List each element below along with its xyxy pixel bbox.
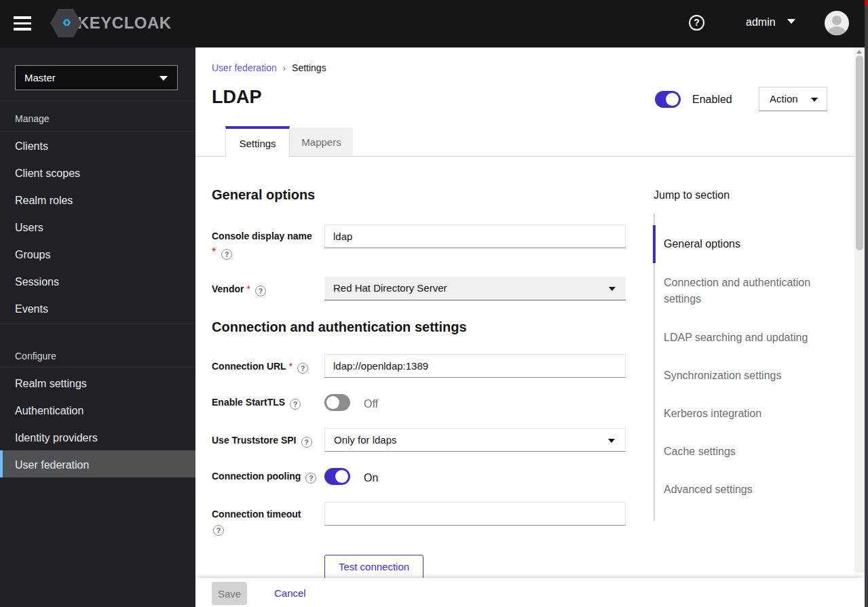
avatar[interactable]: [825, 11, 849, 35]
keycloak-logo: ‹› KEYCLOAK: [50, 9, 172, 37]
jump-to-section-heading: Jump to section: [654, 189, 730, 201]
breadcrumb-current: Settings: [292, 62, 326, 73]
breadcrumb-separator-icon: ›: [283, 63, 286, 73]
enabled-label: Enabled: [692, 94, 732, 106]
sidebar-item-sessions[interactable]: Sessions: [15, 276, 59, 288]
help-icon[interactable]: ?: [290, 399, 301, 410]
connection-pooling-toggle[interactable]: [324, 468, 350, 485]
enable-starttls-state: Off: [364, 398, 378, 410]
tab-mappers[interactable]: Mappers: [290, 128, 353, 156]
keycloak-admin-console: ‹› KEYCLOAK ? admin Master Manage Client…: [0, 0, 868, 607]
sidebar: Master Manage Clients Client scopes Real…: [0, 47, 195, 607]
jump-link-cache[interactable]: Cache settings: [664, 444, 820, 460]
jump-link-kerberos[interactable]: Kerberos integration: [664, 406, 820, 422]
help-icon[interactable]: ?: [255, 286, 266, 296]
use-truststore-spi-select[interactable]: Only for ldaps: [324, 428, 626, 452]
help-icon[interactable]: ?: [297, 363, 308, 374]
save-button[interactable]: Save: [212, 582, 247, 605]
label-vendor: Vendor*?: [212, 283, 266, 296]
breadcrumb: User federation›Settings: [212, 62, 326, 73]
scrollbar-track[interactable]: [854, 47, 865, 572]
masthead: ‹› KEYCLOAK ? admin: [0, 0, 868, 47]
tab-settings[interactable]: Settings: [225, 126, 290, 157]
label-use-truststore-spi: Use Truststore SPI?: [212, 435, 312, 448]
sidebar-item-identity-providers[interactable]: Identity providers: [15, 432, 98, 444]
help-icon[interactable]: ?: [305, 473, 316, 484]
jump-link-general-options[interactable]: General options: [664, 236, 820, 252]
required-asterisk: *: [212, 246, 216, 258]
required-asterisk: *: [246, 283, 250, 294]
chevron-down-icon: [609, 287, 616, 291]
brand-text: KEYCLOAK: [77, 14, 172, 33]
connection-url-input[interactable]: [324, 354, 626, 378]
enable-starttls-toggle[interactable]: [324, 394, 350, 411]
sidebar-item-groups[interactable]: Groups: [15, 249, 50, 261]
chevron-down-icon: [608, 439, 615, 443]
connection-timeout-input[interactable]: [324, 502, 626, 526]
sidebar-item-client-scopes[interactable]: Client scopes: [15, 168, 80, 180]
nav-group-manage: Manage: [15, 113, 50, 124]
jump-link-connection-auth[interactable]: Connection and authentication settings: [664, 275, 820, 307]
divider: [0, 324, 195, 324]
section-heading-connection-auth: Connection and authentication settings: [212, 319, 467, 335]
section-heading-general-options: General options: [212, 187, 315, 203]
divider: [0, 367, 195, 368]
label-connection-pooling: Connection pooling?: [212, 471, 316, 484]
tabs-divider: [195, 156, 854, 157]
connection-pooling-state: On: [364, 472, 378, 484]
divider: [0, 131, 195, 132]
window-edge: [865, 0, 868, 607]
chevron-down-icon[interactable]: [787, 19, 795, 24]
nav-group-configure: Configure: [15, 351, 56, 361]
jump-link-ldap-searching[interactable]: LDAP searching and updating: [664, 330, 840, 346]
sidebar-item-authentication[interactable]: Authentication: [15, 405, 83, 417]
label-enable-starttls: Enable StartTLS?: [212, 397, 301, 410]
help-icon[interactable]: ?: [213, 525, 224, 536]
chevron-down-icon: [159, 76, 168, 81]
help-icon[interactable]: ?: [221, 249, 232, 260]
required-asterisk: *: [289, 361, 293, 372]
sidebar-item-events[interactable]: Events: [15, 303, 48, 315]
nav-toggle-icon[interactable]: [14, 16, 31, 31]
jump-link-synchronization[interactable]: Synchronization settings: [664, 368, 820, 384]
divider: [0, 100, 195, 101]
sidebar-item-realm-settings[interactable]: Realm settings: [15, 378, 87, 390]
scrollbar-thumb[interactable]: [856, 56, 863, 250]
jump-active-indicator: [653, 225, 656, 263]
sidebar-item-clients[interactable]: Clients: [15, 140, 48, 153]
realm-selector[interactable]: Master: [15, 65, 178, 90]
sidebar-item-user-federation[interactable]: User federation: [15, 459, 89, 471]
enabled-toggle[interactable]: [655, 91, 681, 108]
form-action-bar: Save Cancel: [195, 578, 865, 607]
label-console-display-name-suffix: *?: [212, 246, 232, 260]
realm-selector-value: Master: [24, 72, 56, 83]
action-dropdown[interactable]: Action: [759, 87, 827, 111]
window-edge-red-marker: [865, 0, 868, 6]
test-connection-button[interactable]: Test connection: [324, 555, 423, 579]
help-icon[interactable]: ?: [301, 437, 312, 448]
label-connection-url: Connection URL*?: [212, 361, 308, 374]
cancel-button[interactable]: Cancel: [274, 587, 306, 599]
sidebar-item-users[interactable]: Users: [15, 222, 43, 234]
user-menu[interactable]: admin: [746, 16, 776, 28]
breadcrumb-user-federation[interactable]: User federation: [212, 62, 277, 73]
page-title: LDAP: [212, 87, 262, 108]
chevron-down-icon: [811, 98, 818, 102]
scrollbar-up-arrow-icon[interactable]: [856, 50, 862, 54]
jump-link-advanced[interactable]: Advanced settings: [664, 482, 820, 498]
label-console-display-name: Console display name: [212, 231, 312, 241]
help-icon[interactable]: ?: [689, 15, 704, 31]
sidebar-item-realm-roles[interactable]: Realm roles: [15, 195, 73, 207]
vendor-select[interactable]: Red Hat Directory Server: [324, 277, 626, 300]
console-display-name-input[interactable]: [324, 224, 626, 248]
label-connection-timeout: Connection timeout: [212, 509, 301, 520]
